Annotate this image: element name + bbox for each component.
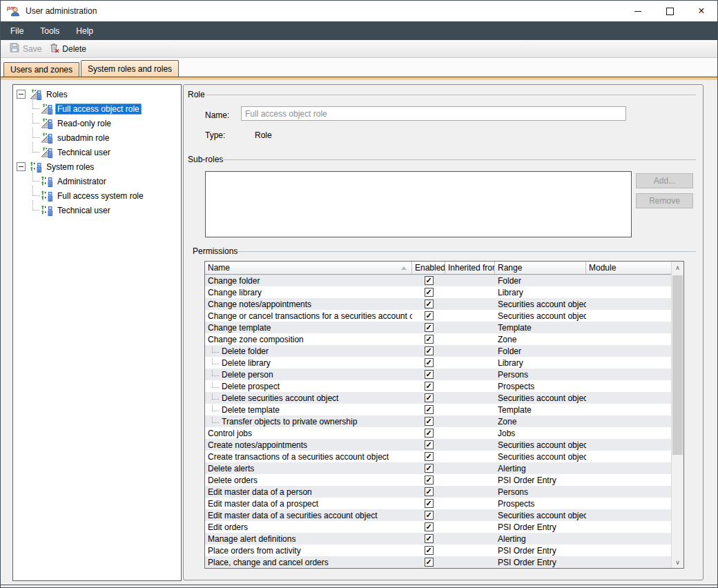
permission-row[interactable]: Delete orders✓PSI Order Entry [205, 474, 683, 486]
scrollbar-thumb[interactable] [672, 275, 683, 455]
permission-row[interactable]: Change zone composition✓Zone [205, 333, 683, 345]
object-role-icon [41, 118, 52, 129]
collapse-minus-icon[interactable] [17, 90, 26, 99]
enabled-checkbox[interactable]: ✓ [425, 464, 434, 473]
permission-name: Transfer objects to private ownership [205, 417, 412, 427]
enabled-checkbox[interactable]: ✓ [425, 476, 434, 484]
column-header-name[interactable]: Name [205, 262, 412, 274]
user-administration-window: pm User administration × FileToolsHelp S… [0, 0, 718, 588]
range-cell: Alerting [495, 464, 586, 473]
enabled-checkbox[interactable]: ✓ [425, 311, 434, 320]
minimize-button[interactable] [622, 1, 654, 21]
permission-row[interactable]: Delete prospect✓Prospects [205, 380, 683, 392]
enabled-checkbox[interactable]: ✓ [425, 358, 434, 367]
permission-row[interactable]: Place orders from activity✓PSI Order Ent… [205, 545, 683, 556]
column-header-enabled[interactable]: Enabled [412, 262, 445, 274]
column-header-label: Enabled [415, 263, 445, 273]
remove-subrole-button[interactable]: Remove [636, 193, 693, 208]
vertical-scrollbar[interactable]: ∧ ∨ [671, 262, 683, 568]
maximize-button[interactable] [654, 1, 686, 21]
range-cell: Jobs [495, 429, 586, 438]
close-button[interactable]: × [686, 1, 717, 21]
permission-row[interactable]: Edit master data of a prospect✓Prospects [205, 498, 683, 509]
scroll-down-icon[interactable]: ∨ [672, 556, 683, 568]
collapse-minus-icon[interactable] [17, 162, 26, 171]
enabled-checkbox[interactable]: ✓ [425, 558, 434, 567]
toolbar-button-label: Delete [62, 44, 86, 54]
permission-row[interactable]: Place, change and cancel orders✓PSI Orde… [205, 556, 683, 568]
permission-row[interactable]: Edit master data of a securities account… [205, 509, 683, 521]
column-header-inherited-from[interactable]: Inherited from [445, 262, 495, 274]
range-cell: PSI Order Entry [495, 546, 586, 556]
subroles-listbox[interactable] [205, 171, 632, 237]
delete-button[interactable]: Delete [45, 41, 90, 56]
enabled-checkbox[interactable]: ✓ [425, 405, 434, 414]
enabled-checkbox[interactable]: ✓ [425, 335, 434, 344]
trash-delete-icon [48, 42, 59, 55]
add-subrole-button[interactable]: Add... [636, 173, 693, 188]
tab-system-roles-and-roles[interactable]: System roles and roles [81, 60, 179, 77]
enabled-cell: ✓ [412, 429, 445, 438]
permission-row[interactable]: Change folder✓Folder [205, 275, 683, 286]
range-cell: Securities account objects [495, 511, 586, 520]
role-name-input[interactable] [241, 106, 626, 121]
permission-row[interactable]: Edit orders✓PSI Order Entry [205, 521, 683, 533]
enabled-checkbox[interactable]: ✓ [425, 534, 434, 543]
floppy-save-icon [9, 42, 20, 55]
enabled-checkbox[interactable]: ✓ [425, 452, 434, 461]
enabled-checkbox[interactable]: ✓ [425, 440, 434, 449]
enabled-checkbox[interactable]: ✓ [425, 429, 434, 438]
window-title: User administration [26, 6, 97, 16]
permission-name: Edit master data of a person [205, 487, 412, 497]
permission-row[interactable]: Edit master data of a person✓Persons [205, 486, 683, 498]
range-cell: Zone [495, 417, 586, 427]
subroles-group-label: Sub-roles [188, 155, 223, 164]
column-header-module[interactable]: Module [586, 262, 673, 274]
menu-item-tools[interactable]: Tools [32, 21, 68, 40]
enabled-checkbox[interactable]: ✓ [425, 499, 434, 508]
permission-row[interactable]: Delete alerts✓Alerting [205, 462, 683, 474]
permission-name: Change zone composition [205, 335, 412, 344]
scroll-up-icon[interactable]: ∧ [672, 262, 683, 273]
range-cell: PSI Order Entry [495, 558, 586, 567]
permission-row[interactable]: Create transactions of a securities acco… [205, 451, 683, 462]
enabled-cell: ✓ [412, 276, 445, 285]
enabled-checkbox[interactable]: ✓ [425, 487, 434, 496]
permission-row[interactable]: Change or cancel transactions for a secu… [205, 310, 683, 322]
range-cell: Securities account objects [495, 440, 586, 450]
enabled-checkbox[interactable]: ✓ [425, 370, 434, 379]
enabled-checkbox[interactable]: ✓ [425, 511, 434, 520]
tab-users-and-zones[interactable]: Users and zones [3, 62, 79, 77]
type-label: Type: [205, 130, 225, 140]
permission-row[interactable]: Delete person✓Persons [205, 369, 683, 380]
permission-row[interactable]: Change library✓Library [205, 286, 683, 298]
tree-item-technical-user[interactable]: Technical user [13, 203, 181, 217]
permission-row[interactable]: Delete securities account object✓Securit… [205, 392, 683, 404]
permission-row[interactable]: Delete folder✓Folder [205, 345, 683, 357]
enabled-checkbox[interactable]: ✓ [425, 417, 434, 426]
enabled-checkbox[interactable]: ✓ [425, 546, 434, 555]
enabled-checkbox[interactable]: ✓ [425, 346, 434, 355]
column-header-range[interactable]: Range [495, 262, 586, 274]
permission-row[interactable]: Delete library✓Library [205, 357, 683, 369]
enabled-cell: ✓ [412, 382, 445, 391]
enabled-checkbox[interactable]: ✓ [425, 522, 434, 531]
permission-row[interactable]: Change template✓Template [205, 322, 683, 333]
menu-item-help[interactable]: Help [68, 21, 101, 40]
enabled-checkbox[interactable]: ✓ [425, 382, 434, 391]
enabled-checkbox[interactable]: ✓ [425, 323, 434, 332]
enabled-checkbox[interactable]: ✓ [425, 393, 434, 402]
permission-row[interactable]: Delete template✓Template [205, 404, 683, 415]
enabled-checkbox[interactable]: ✓ [425, 288, 434, 297]
permission-row[interactable]: Control jobs✓Jobs [205, 427, 683, 439]
permissions-group-label: Permissions [193, 246, 237, 256]
enabled-checkbox[interactable]: ✓ [425, 276, 434, 285]
permission-row[interactable]: Manage alert definitions✓Alerting [205, 533, 683, 545]
menu-item-file[interactable]: File [2, 21, 32, 40]
permission-row[interactable]: Transfer objects to private ownership✓Zo… [205, 415, 683, 427]
subroles-group-line [222, 159, 696, 160]
permission-row[interactable]: Create notes/appointments✓Securities acc… [205, 439, 683, 451]
tree-item-technical-user[interactable]: Technical user [13, 145, 181, 159]
permission-row[interactable]: Change notes/appointments✓Securities acc… [205, 298, 683, 310]
enabled-checkbox[interactable]: ✓ [425, 300, 434, 308]
